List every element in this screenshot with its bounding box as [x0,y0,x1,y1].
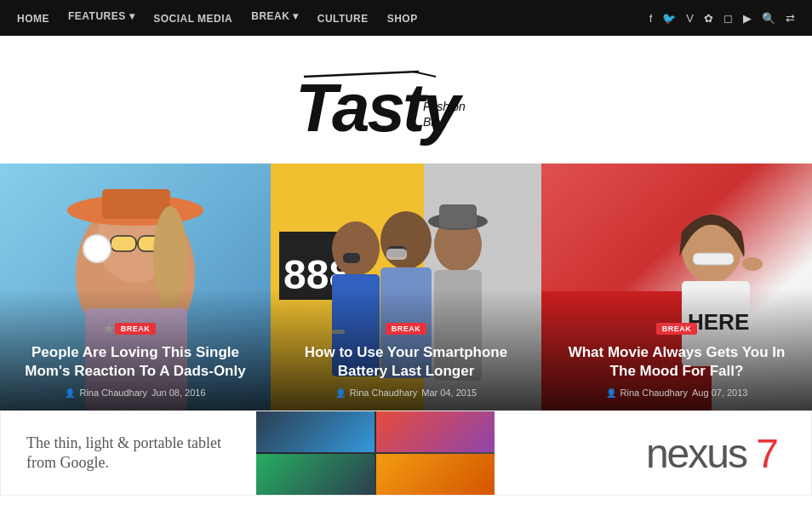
svg-rect-24 [343,253,360,263]
svg-point-22 [332,221,380,276]
card-2-title: How to Use Your Smartphone Battery Last … [283,343,529,381]
svg-rect-39 [693,253,734,265]
nav-culture[interactable]: CULTURE [317,10,369,26]
nav-social-icons: f 🐦 V ✿ ◻ ▶ 🔍 ⇄ [649,12,795,25]
instagram-icon[interactable]: ◻ [723,12,733,25]
search-icon[interactable]: 🔍 [762,12,775,25]
ad-img-1 [256,411,375,452]
card-3-overlay: BREAK What Movie Always Gets You In The … [541,289,812,411]
nav-links: HOME FEATURES ▾ SOCIAL MEDIA BREAK ▾ CUL… [17,10,418,26]
card-1-overlay: BREAK People Are Loving This Single Mom'… [0,289,271,411]
nexus-number: 7 [756,431,777,476]
card-2-meta: 👤 Rina Chaudhary Mar 04, 2015 [283,388,529,398]
card-2-overlay: BREAK How to Use Your Smartphone Battery… [271,289,541,411]
ad-img-4 [376,454,495,495]
ad-img-2 [376,411,495,452]
card-1-date: Jun 08, 2016 [152,388,206,398]
break-badge-1: BREAK [115,323,157,335]
vimeo-icon[interactable]: V [686,12,694,25]
author-icon-2: 👤 [335,388,346,398]
ad-img-3 [256,454,375,495]
ad-text: The thin, light & portable tablet from G… [26,433,231,474]
nav-shop[interactable]: SHOP [387,10,418,26]
card-3-author: Rina Chaudhary [620,388,689,398]
nav-social-media[interactable]: SOCIAL MEDIA [153,10,232,26]
svg-rect-32 [386,249,407,260]
break-badge-2: BREAK [386,323,427,335]
svg-point-40 [742,257,763,271]
author-icon-3: 👤 [606,388,616,398]
svg-rect-9 [102,189,170,219]
site-header: Tasty Fashion Blog [0,36,812,164]
card-3-title: What Movie Always Gets You In The Mood F… [554,343,799,381]
main-nav: HOME FEATURES ▾ SOCIAL MEDIA BREAK ▾ CUL… [0,0,812,36]
nav-break[interactable]: BREAK ▾ [251,10,299,26]
break-badge-3: BREAK [656,323,698,335]
ad-banner: The thin, light & portable tablet from G… [0,411,812,496]
svg-rect-31 [439,204,477,228]
article-card-3[interactable]: HERE BREAK What Movie Always Gets You In… [541,164,812,411]
article-card-1[interactable]: ★ BREAK People Are Loving This Single Mo… [0,164,271,411]
svg-text:Blog: Blog [423,115,447,129]
articles-grid: ★ BREAK People Are Loving This Single Mo… [0,164,812,411]
card-3-meta: 👤 Rina Chaudhary Aug 07, 2013 [554,388,799,398]
svg-text:Fashion: Fashion [423,100,466,113]
card-2-author: Rina Chaudhary [350,388,418,398]
random-icon[interactable]: ⇄ [786,12,795,25]
card-3-date: Aug 07, 2013 [692,388,747,398]
card-1-meta: 👤 Rina Chaudhary Jun 08, 2016 [13,388,258,398]
site-logo[interactable]: Tasty Fashion Blog [287,61,525,146]
svg-point-13 [83,235,111,262]
author-icon-1: 👤 [65,388,75,398]
card-1-title: People Are Loving This Single Mom's Reac… [13,343,258,381]
nexus-logo: nexus 7 [646,430,777,477]
twitter-icon[interactable]: 🐦 [662,12,676,25]
ad-text-area: The thin, light & portable tablet from G… [1,433,256,474]
nav-home[interactable]: HOME [17,10,49,26]
logo-svg: Tasty Fashion Blog [287,61,525,146]
ad-images [256,411,495,495]
card-2-date: Mar 04, 2015 [421,388,477,398]
facebook-icon[interactable]: f [649,12,653,25]
ad-nexus-area: nexus 7 [495,430,811,477]
article-card-2[interactable]: 888 BR [271,164,541,411]
svg-rect-10 [111,236,136,251]
svg-point-25 [380,211,432,269]
youtube-icon[interactable]: ▶ [743,12,752,25]
nav-features[interactable]: FEATURES ▾ [68,10,134,26]
card-1-author: Rina Chaudhary [79,388,147,398]
vine-icon[interactable]: ✿ [704,12,713,25]
